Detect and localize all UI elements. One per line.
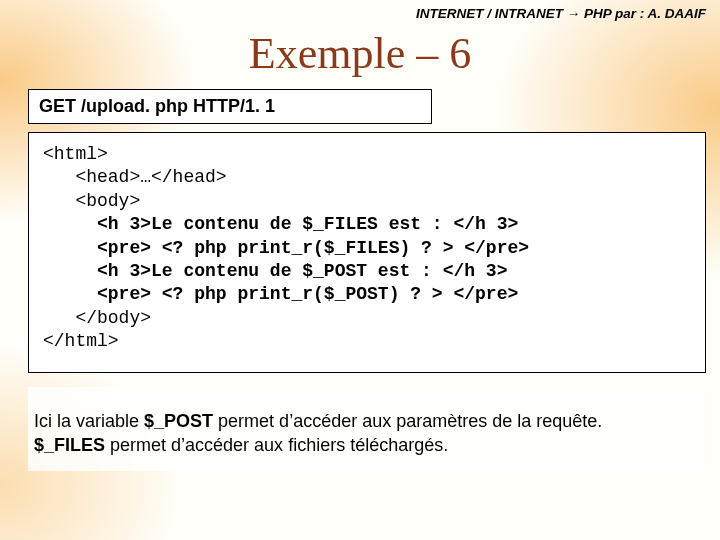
http-request-text: GET /upload. php HTTP/1. 1 [39,96,275,116]
code-line: <body> [43,191,140,211]
explanation-box: Ici la variable $_POST permet d’accéder … [28,387,706,472]
text: permet d’accéder aux paramètres de la re… [213,411,602,431]
code-line: <pre> <? php print_r($_POST) ? > </pre> [43,284,518,304]
explanation-line-2: $_FILES permet d’accéder aux fichiers té… [34,433,692,457]
slide-title: Exemple – 6 [0,28,720,79]
var-files: $_FILES [34,435,105,455]
slide-header: INTERNET / INTRANET → PHP par : A. DAAIF [416,6,706,21]
text: permet d’accéder aux fichiers téléchargé… [105,435,448,455]
code-line: <h 3>Le contenu de $_POST est : </h 3> [43,261,507,281]
code-line: </body> [43,308,151,328]
explanation-line-1: Ici la variable $_POST permet d’accéder … [34,409,692,433]
header-mid: PHP par : [584,6,644,21]
header-author: A. DAAIF [648,6,707,21]
code-line: <h 3>Le contenu de $_FILES est : </h 3> [43,214,518,234]
code-line: <html> [43,144,108,164]
http-request-box: GET /upload. php HTTP/1. 1 [28,89,432,124]
code-line: <pre> <? php print_r($_FILES) ? > </pre> [43,238,529,258]
code-box: <html> <head>…</head> <body> <h 3>Le con… [28,132,706,373]
header-left: INTERNET / INTRANET [416,6,563,21]
arrow-icon: → [567,6,581,21]
text: Ici la variable [34,411,144,431]
code-line: </html> [43,331,119,351]
code-line: <head>…</head> [43,167,227,187]
var-post: $_POST [144,411,213,431]
